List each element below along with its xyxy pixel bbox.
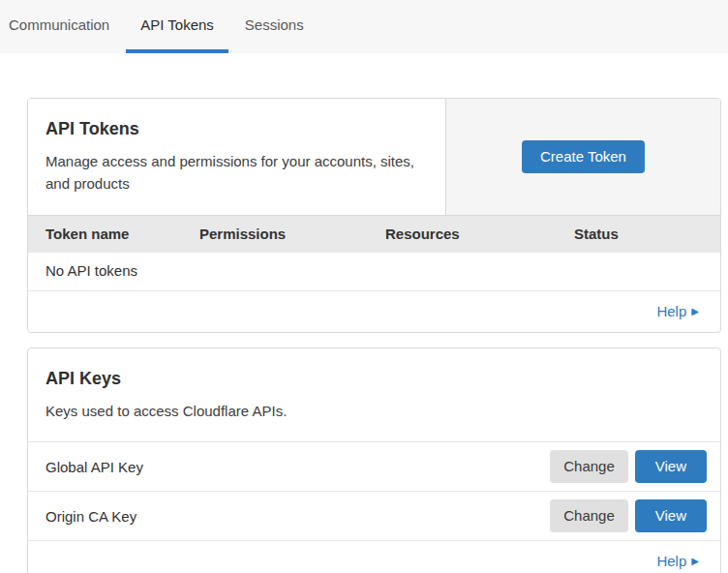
- tab-communication[interactable]: Communication: [1, 0, 124, 53]
- api-tokens-action-panel: Create Token: [445, 99, 720, 215]
- view-origin-ca-key-button[interactable]: View: [635, 499, 707, 532]
- api-tokens-title: API Tokens: [46, 117, 422, 140]
- column-header-status: Status: [574, 225, 720, 244]
- column-header-resources: Resources: [385, 225, 574, 244]
- api-tokens-card-header-text: API Tokens Manage access and permissions…: [28, 99, 445, 215]
- api-tokens-card-header: API Tokens Manage access and permissions…: [28, 99, 720, 215]
- api-tokens-card: API Tokens Manage access and permissions…: [27, 98, 721, 333]
- key-row-origin-ca-key: Origin CA Key Change View: [28, 492, 720, 541]
- api-keys-card: API Keys Keys used to access Cloudflare …: [27, 347, 721, 573]
- view-global-api-key-button[interactable]: View: [635, 450, 707, 483]
- api-keys-help-row: Help▶: [28, 541, 720, 573]
- column-header-token-name: Token name: [46, 225, 199, 244]
- main-content: API Tokens Manage access and permissions…: [27, 98, 721, 573]
- arrow-right-icon: ▶: [691, 307, 699, 317]
- key-name-label: Global API Key: [46, 459, 550, 475]
- change-global-api-key-button[interactable]: Change: [550, 450, 628, 483]
- key-row-global-api-key: Global API Key Change View: [28, 442, 720, 492]
- api-keys-description: Keys used to access Cloudflare APIs.: [46, 400, 703, 422]
- help-link-label: Help: [656, 302, 686, 321]
- column-header-permissions: Permissions: [199, 225, 385, 244]
- tab-api-tokens[interactable]: API Tokens: [126, 0, 228, 53]
- tab-sessions[interactable]: Sessions: [230, 0, 318, 53]
- api-tokens-help-link[interactable]: Help▶: [656, 302, 699, 321]
- change-origin-ca-key-button[interactable]: Change: [550, 499, 628, 532]
- api-tokens-help-row: Help▶: [28, 291, 720, 332]
- api-keys-card-header: API Keys Keys used to access Cloudflare …: [28, 348, 720, 442]
- tokens-empty-row: No API tokens: [28, 253, 720, 291]
- tokens-table-header: Token name Permissions Resources Status: [28, 215, 720, 253]
- api-keys-title: API Keys: [46, 367, 703, 390]
- api-keys-help-link[interactable]: Help▶: [656, 552, 699, 571]
- create-token-button[interactable]: Create Token: [522, 140, 645, 173]
- settings-tab-bar: Communication API Tokens Sessions: [0, 0, 728, 53]
- arrow-right-icon: ▶: [691, 557, 699, 566]
- help-link-label: Help: [656, 552, 686, 571]
- key-name-label: Origin CA Key: [46, 508, 550, 525]
- api-tokens-description: Manage access and permissions for your a…: [46, 150, 422, 195]
